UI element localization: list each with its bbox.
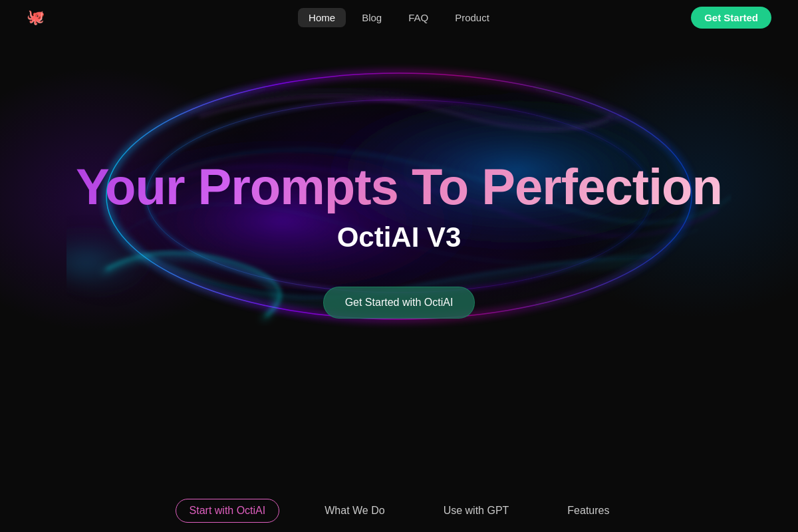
tab-what-we-do[interactable]: What We Do [311,499,398,522]
nav-product[interactable]: Product [444,8,500,27]
nav-faq[interactable]: FAQ [398,8,439,27]
hero-title: Your Prompts To Perfection [76,160,722,213]
nav-links: Home Blog FAQ Product [298,8,500,27]
nav-cta-button[interactable]: Get Started [691,7,771,29]
logo-icon: 🐙 [27,9,45,26]
tab-features[interactable]: Features [554,499,622,522]
hero-subtitle: OctiAI V3 [337,221,462,253]
tab-start-with-octiai[interactable]: Start with OctiAI [176,499,280,523]
nav-home[interactable]: Home [298,8,346,27]
navbar: 🐙 Home Blog FAQ Product Get Started [0,0,798,35]
hero-content: Your Prompts To Perfection OctiAI V3 Get… [0,0,798,532]
tab-use-with-gpt[interactable]: Use with GPT [430,499,523,522]
hero-cta-button[interactable]: Get Started with OctiAI [323,287,475,319]
bottom-tabs: Start with OctiAI What We Do Use with GP… [0,489,798,532]
nav-blog[interactable]: Blog [351,8,392,27]
